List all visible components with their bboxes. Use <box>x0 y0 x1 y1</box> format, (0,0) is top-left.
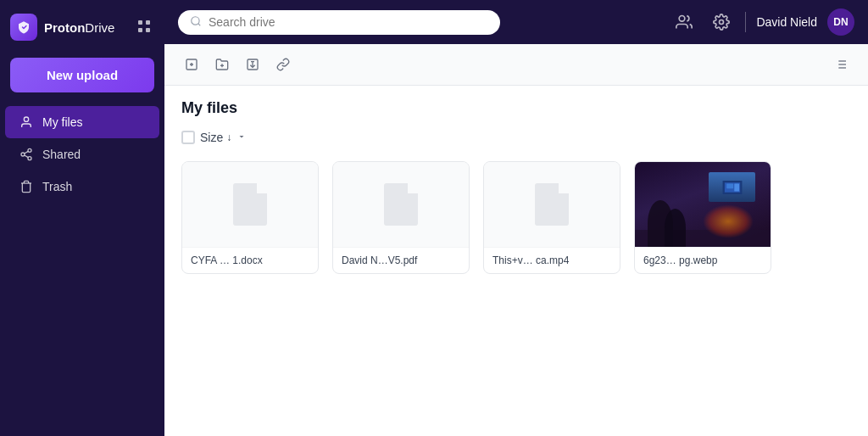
user-name: David Nield <box>756 15 817 29</box>
svg-point-10 <box>192 16 199 24</box>
sort-size-label[interactable]: Size ↓ <box>200 131 231 144</box>
list-view-button[interactable] <box>827 51 854 78</box>
sidebar-item-label: Shared <box>42 148 81 161</box>
avatar[interactable]: DN <box>827 8 854 36</box>
file-preview <box>484 162 620 247</box>
new-upload-button[interactable]: New upload <box>10 58 154 92</box>
svg-line-9 <box>25 151 29 154</box>
create-folder-button[interactable] <box>209 51 236 78</box>
settings-icon[interactable] <box>708 8 735 36</box>
file-thumbnail-preview <box>635 162 771 247</box>
svg-rect-0 <box>138 20 142 25</box>
thumbnail-screen <box>709 172 755 202</box>
file-grid: CYFA … 1.docx David N…V5.pdf This+v… ca.… <box>181 161 851 274</box>
file-icon <box>233 183 267 226</box>
sort-dropdown-icon[interactable] <box>236 131 247 144</box>
apps-grid-icon[interactable] <box>134 16 154 39</box>
search-icon <box>190 15 202 30</box>
svg-point-7 <box>28 157 31 160</box>
page-title: My files <box>181 99 851 117</box>
file-icon <box>384 183 418 226</box>
thumbnail-screen-inner <box>709 172 755 202</box>
svg-rect-26 <box>726 183 733 188</box>
file-toolbar <box>164 44 868 86</box>
file-name: 6g23… pg.webp <box>635 247 771 273</box>
svg-rect-2 <box>138 28 142 32</box>
file-name: David N…V5.pdf <box>333 247 469 273</box>
file-card[interactable]: This+v… ca.mp4 <box>483 161 620 274</box>
select-all-checkbox[interactable] <box>181 131 195 144</box>
sidebar-item-my-files[interactable]: My files <box>5 106 159 138</box>
sidebar-item-label: My files <box>42 115 82 129</box>
files-area: My files Size ↓ <box>164 86 868 436</box>
svg-rect-3 <box>146 28 150 32</box>
shared-icon <box>19 147 34 162</box>
user-info: David Nield <box>756 15 817 29</box>
topbar-actions: David Nield DN <box>670 8 854 36</box>
share-users-icon[interactable] <box>670 8 698 36</box>
sort-arrow-icon: ↓ <box>226 131 231 143</box>
svg-point-13 <box>720 20 724 25</box>
logo-icon <box>10 14 37 41</box>
svg-rect-1 <box>146 20 150 25</box>
share-button[interactable] <box>239 51 266 78</box>
svg-line-8 <box>25 155 29 158</box>
upload-file-button[interactable] <box>178 51 205 78</box>
file-preview <box>182 162 318 247</box>
toolbar-right <box>827 51 854 78</box>
sidebar-item-label: Trash <box>42 180 72 193</box>
search-input[interactable] <box>209 15 488 29</box>
thumbnail-silhouette-2 <box>665 209 686 247</box>
content-area: My files Size ↓ <box>164 44 868 436</box>
topbar: David Nield DN <box>164 0 868 44</box>
sidebar: ProtonDrive New upload My files <box>0 0 164 436</box>
logo-title: ProtonDrive <box>44 20 114 35</box>
trash-icon <box>19 179 34 194</box>
topbar-separator <box>745 12 746 32</box>
svg-point-4 <box>24 117 28 121</box>
main-content: David Nield DN <box>164 0 868 436</box>
file-card[interactable]: CYFA … 1.docx <box>181 161 319 274</box>
file-card[interactable]: 6g23… pg.webp <box>634 161 771 274</box>
svg-point-6 <box>21 153 25 156</box>
file-name: This+v… ca.mp4 <box>484 247 620 273</box>
file-name: CYFA … 1.docx <box>182 247 318 273</box>
search-bar[interactable] <box>178 10 500 35</box>
file-card[interactable]: David N…V5.pdf <box>332 161 470 274</box>
file-preview <box>333 162 469 247</box>
sidebar-item-shared[interactable]: Shared <box>5 138 159 170</box>
svg-point-12 <box>680 16 686 22</box>
sidebar-header: ProtonDrive <box>0 7 164 48</box>
svg-rect-27 <box>734 183 739 191</box>
svg-point-5 <box>28 148 31 152</box>
my-files-icon <box>19 115 34 130</box>
svg-line-11 <box>198 23 201 25</box>
file-icon <box>535 183 569 226</box>
sort-bar: Size ↓ <box>181 131 851 144</box>
thumbnail-glow <box>703 204 754 238</box>
sidebar-item-trash[interactable]: Trash <box>5 170 159 203</box>
copy-link-button[interactable] <box>270 51 297 78</box>
